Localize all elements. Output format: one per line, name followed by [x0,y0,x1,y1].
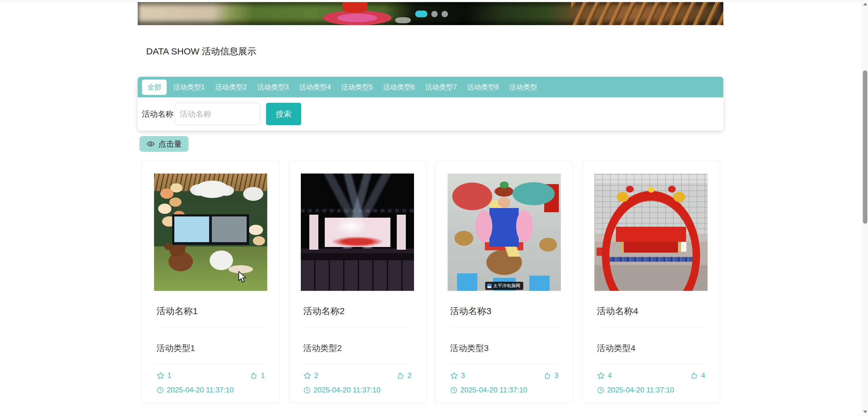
carousel-dot-2[interactable] [431,11,438,17]
activity-photo[interactable] [447,174,561,291]
category-tab-1[interactable]: 活动类型1 [168,77,210,97]
divider [597,327,705,327]
star-count: 2 [314,371,318,380]
like-stat: 4 [691,371,705,380]
divider [450,364,558,364]
thumbs-up-icon [544,372,552,379]
divider [156,364,265,364]
scrollbar-thumb[interactable] [863,70,867,224]
like-count: 4 [701,371,705,380]
divider [303,364,412,364]
thumbs-up-icon [250,372,258,379]
thumbs-up-icon [397,372,405,379]
divider [450,327,558,327]
banner-carousel [138,2,723,25]
activity-photo[interactable] [594,174,708,291]
like-count: 3 [554,371,558,380]
star-count: 1 [167,371,171,380]
star-icon [156,372,165,380]
activity-name: 活动名称3 [450,305,558,317]
carousel-dots [415,10,448,17]
clicks-label: 点击量 [158,139,182,149]
watering-can-decor [395,17,410,23]
activity-stats: 4 4 [597,371,705,380]
activity-photo[interactable] [301,174,414,291]
activity-card[interactable]: 活动名称2 活动类型2 2 2 2025-04-20 11:3 [288,161,427,404]
scroll-up-arrow-icon[interactable] [863,3,867,5]
wooden-bench-decor [571,2,723,25]
clock-icon [597,386,604,394]
star-count: 3 [461,371,465,380]
activity-time: 2025-04-20 11:37:10 [460,386,527,394]
category-tab-9[interactable]: 活动类型 [504,77,542,97]
activity-stats: 2 2 [303,371,412,380]
star-stat: 1 [156,371,171,380]
like-stat: 3 [544,371,558,380]
activity-time-row: 2025-04-20 11:37:10 [597,386,705,394]
activity-card[interactable]: 活动名称1 活动类型1 1 1 2025-04-20 11:3 [142,161,280,404]
activity-type: 活动类型1 [156,343,265,354]
activity-card[interactable]: 活动名称4 活动类型4 4 4 2025-04-20 11:3 [582,161,720,404]
like-stat: 2 [397,371,412,380]
filter-panel: 全部活动类型1活动类型2活动类型3活动类型4活动类型5活动类型6活动类型7活动类… [138,77,723,131]
thumbs-up-icon [691,372,699,379]
like-count: 1 [261,371,265,380]
activity-name: 活动名称4 [597,305,705,317]
divider [597,364,705,364]
sort-by-clicks-button[interactable]: 点击量 [140,136,189,152]
scrollbar[interactable] [862,0,868,416]
category-tab-2[interactable]: 活动类型2 [210,77,252,97]
search-label: 活动名称 [142,109,174,119]
page-title: DATA SHOW 活动信息展示 [146,45,256,58]
clock-icon [156,386,164,394]
activity-name: 活动名称1 [156,305,265,317]
divider [156,327,265,327]
activity-type: 活动类型2 [303,343,412,354]
star-icon [450,372,458,380]
red-sculpture-decor [343,2,367,13]
activity-type: 活动类型4 [597,343,705,354]
category-tab-5[interactable]: 活动类型5 [336,77,378,97]
category-tabbar: 全部活动类型1活动类型2活动类型3活动类型4活动类型5活动类型6活动类型7活动类… [138,77,723,97]
photo-watermark: 太平洋电脑网 [485,282,523,290]
activity-time: 2025-04-20 11:37:10 [167,386,234,394]
activity-card-list: 活动名称1 活动类型1 1 1 2025-04-20 11:3 [142,161,720,404]
activity-time-row: 2025-04-20 11:37:10 [303,386,412,394]
star-stat: 3 [450,371,465,380]
scroll-down-arrow-icon[interactable] [863,411,867,413]
star-stat: 2 [303,371,318,380]
activity-stats: 1 1 [156,371,265,380]
activity-name: 活动名称2 [303,305,412,317]
category-tab-3[interactable]: 活动类型3 [252,77,294,97]
search-row: 活动名称 搜索 [138,97,723,131]
page: DATA SHOW 活动信息展示 全部活动类型1活动类型2活动类型3活动类型4活… [0,0,868,416]
search-button[interactable]: 搜索 [266,103,301,125]
category-tab-8[interactable]: 活动类型8 [462,77,504,97]
like-stat: 1 [250,371,265,380]
carousel-dot-1[interactable] [415,10,427,17]
activity-time: 2025-04-20 11:37:10 [607,386,674,394]
star-count: 4 [608,371,612,380]
category-tab-4[interactable]: 活动类型4 [294,77,336,97]
category-tab-7[interactable]: 活动类型7 [420,77,462,97]
clock-icon [303,386,311,394]
eye-icon [146,140,155,148]
category-tab-6[interactable]: 活动类型6 [378,77,420,97]
activity-stats: 3 3 [450,371,558,380]
search-input[interactable] [175,103,260,125]
star-icon [597,372,605,380]
activity-time: 2025-04-20 11:37:10 [314,386,380,394]
like-count: 2 [408,371,412,380]
divider [303,327,412,327]
carousel-dot-3[interactable] [441,11,448,17]
activity-time-row: 2025-04-20 11:37:10 [156,386,265,394]
activity-photo[interactable] [154,174,267,291]
star-icon [303,372,311,380]
star-stat: 4 [597,371,612,380]
activity-type: 活动类型3 [450,343,558,354]
category-tab-0[interactable]: 全部 [142,79,167,95]
clock-icon [450,386,458,394]
activity-time-row: 2025-04-20 11:37:10 [450,386,558,394]
